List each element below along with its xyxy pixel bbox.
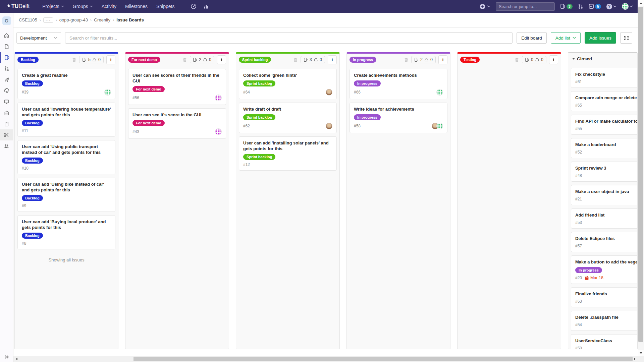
issue-card[interactable]: Delete Eclipse files #57	[571, 232, 637, 252]
assignee-avatar[interactable]	[215, 95, 222, 101]
issue-title[interactable]: Compare adn merge or delete old branches	[575, 95, 637, 101]
sidebar-item-members[interactable]	[0, 140, 13, 152]
dashboard-gauge-icon[interactable]	[191, 3, 197, 9]
list-title[interactable]: Closed	[577, 56, 592, 61]
card-label[interactable]: For next demo	[132, 120, 165, 126]
sidebar-item-issue-board[interactable]	[0, 52, 13, 63]
list-label[interactable]: Sprint backlog	[239, 57, 271, 63]
tudelft-logo[interactable]: TUDelft	[6, 3, 30, 9]
issue-title[interactable]: Fix checkstyle	[575, 71, 637, 77]
scroll-left-arrow[interactable]	[13, 356, 19, 362]
sidebar-item-operations[interactable]	[0, 85, 13, 96]
nav-item-projects[interactable]: Projects	[42, 4, 64, 9]
issue-title[interactable]: User can see it's score in the GUI	[132, 112, 222, 118]
issue-title[interactable]: Make a button to add the vegetarian opti…	[575, 259, 637, 265]
merge-requests-nav-icon[interactable]	[578, 4, 583, 9]
card-label[interactable]: Sprint backlog	[243, 114, 275, 120]
assignee-avatar[interactable]	[326, 89, 332, 96]
card-label[interactable]: In progress	[575, 267, 602, 273]
issue-card[interactable]: Compare adn merge or delete old branches…	[571, 91, 637, 111]
board-select-dropdown[interactable]: Development	[16, 32, 61, 44]
issue-title[interactable]: Collect some 'green hints'	[243, 72, 332, 78]
list-label[interactable]: Testing	[460, 57, 480, 63]
issue-card[interactable]: Create a great readmeBacklog #39	[17, 69, 115, 99]
issues-nav-icon[interactable]: 3	[560, 4, 573, 9]
card-label[interactable]: Sprint backlog	[243, 154, 275, 160]
list-label[interactable]: Backlog	[17, 57, 39, 63]
issue-card[interactable]: Finalize friends #63	[571, 287, 637, 307]
add-issue-to-list-button[interactable]: +	[438, 55, 447, 64]
issue-title[interactable]: User can add 'Buying local produce' and …	[22, 219, 111, 230]
assignee-avatar[interactable]	[104, 89, 111, 96]
list-label[interactable]: In progress	[350, 57, 376, 63]
breadcrumb-item[interactable]: CSE1105	[19, 17, 37, 22]
delete-list-button[interactable]	[515, 57, 519, 62]
horizontal-scrollbar[interactable]	[13, 356, 638, 362]
issue-card[interactable]: Create achievements methodsIn progress #…	[350, 69, 447, 99]
issue-title[interactable]: User can add 'Using bike instead of car'…	[22, 181, 111, 193]
issue-card[interactable]: Write draft of draftSprint backlog #62	[239, 103, 337, 133]
help-menu-button[interactable]: ?	[606, 4, 616, 9]
scroll-up-arrow[interactable]	[638, 0, 644, 6]
issue-title[interactable]: Add friend list	[575, 212, 637, 218]
project-avatar[interactable]: G	[2, 16, 11, 25]
collapse-list-chevron-icon[interactable]	[572, 58, 575, 60]
issue-title[interactable]: User can add 'lowering house temperature…	[22, 106, 111, 118]
list-label[interactable]: For next demo	[128, 57, 160, 63]
card-label[interactable]: Backlog	[22, 233, 43, 239]
issue-title[interactable]: Find API or make calculator for CO2	[575, 118, 637, 124]
delete-list-button[interactable]	[293, 57, 298, 62]
statistics-chart-icon[interactable]	[203, 3, 209, 9]
card-label[interactable]: In progress	[354, 80, 381, 86]
breadcrumb-item[interactable]: Greenify	[94, 17, 110, 22]
issue-card[interactable]: UserServiceClass #50	[571, 334, 637, 349]
sidebar-item-wiki[interactable]	[0, 118, 13, 129]
issue-title[interactable]: Finalize friends	[575, 291, 637, 297]
issue-card[interactable]: Make a user object in java #21	[571, 185, 637, 205]
card-label[interactable]: Backlog	[22, 158, 43, 164]
breadcrumb-ellipsis-button[interactable]: ···	[43, 17, 53, 23]
sidebar-item-pipelines[interactable]	[0, 74, 13, 85]
issue-title[interactable]: Write ideas for achievements	[354, 106, 443, 112]
assignee-avatar[interactable]	[436, 89, 443, 96]
card-label[interactable]: Backlog	[22, 80, 43, 86]
sidebar-item-snippets[interactable]	[0, 129, 13, 140]
issue-card[interactable]: Write ideas for achievementsIn progress …	[350, 103, 447, 133]
delete-list-button[interactable]	[182, 57, 187, 62]
issue-title[interactable]: Write draft of draft	[243, 106, 332, 112]
delete-list-button[interactable]	[72, 57, 76, 62]
add-issue-to-list-button[interactable]: +	[106, 55, 115, 64]
issue-card[interactable]: User can see it's score in the GUIFor ne…	[128, 108, 226, 139]
issue-card[interactable]: Sprint review 3 #48	[571, 162, 637, 182]
edit-board-button[interactable]: Edit board	[517, 32, 547, 44]
vertical-scrollbar[interactable]	[638, 0, 644, 356]
card-label[interactable]: Sprint backlog	[243, 80, 275, 86]
scroll-right-arrow[interactable]	[632, 356, 638, 362]
issue-card[interactable]: User can see scores of their friends in …	[128, 69, 226, 105]
sidebar-item-merge-requests[interactable]	[0, 63, 13, 74]
breadcrumb-item[interactable]: oopp-group-43	[59, 17, 88, 22]
issue-card[interactable]: Find API or make calculator for CO2 #55	[571, 115, 637, 135]
card-label[interactable]: For next demo	[132, 86, 165, 92]
global-search-input[interactable]	[499, 4, 558, 9]
delete-list-button[interactable]	[404, 57, 409, 62]
issue-card[interactable]: User can add 'installing solar panels' a…	[239, 136, 337, 171]
todos-nav-icon[interactable]: 5	[589, 4, 601, 9]
breadcrumb-item[interactable]: Issue Boards	[116, 17, 144, 22]
sidebar-item-registry[interactable]	[0, 96, 13, 107]
issue-card[interactable]: User can add 'lowering house temperature…	[17, 103, 115, 137]
issue-card[interactable]: Fix checkstyle #61	[571, 68, 637, 88]
issue-card[interactable]: User can add 'Using bike instead of car'…	[17, 178, 115, 212]
fullscreen-button[interactable]	[620, 32, 632, 44]
global-search[interactable]	[496, 2, 555, 11]
assignee-avatar[interactable]	[326, 123, 332, 129]
new-menu-button[interactable]	[480, 4, 490, 9]
issue-title[interactable]: Create achievements methods	[354, 72, 443, 78]
card-label[interactable]: In progress	[354, 114, 381, 120]
issue-title[interactable]: User can see scores of their friends in …	[132, 72, 222, 84]
issue-title[interactable]: User can add 'Using public transport ins…	[22, 144, 111, 155]
add-issue-to-list-button[interactable]: +	[217, 55, 226, 64]
issue-card[interactable]: Delete .classpath file #54	[571, 311, 637, 331]
issue-card[interactable]: User can add 'Using public transport ins…	[17, 140, 115, 174]
add-issue-to-list-button[interactable]: +	[549, 55, 558, 64]
